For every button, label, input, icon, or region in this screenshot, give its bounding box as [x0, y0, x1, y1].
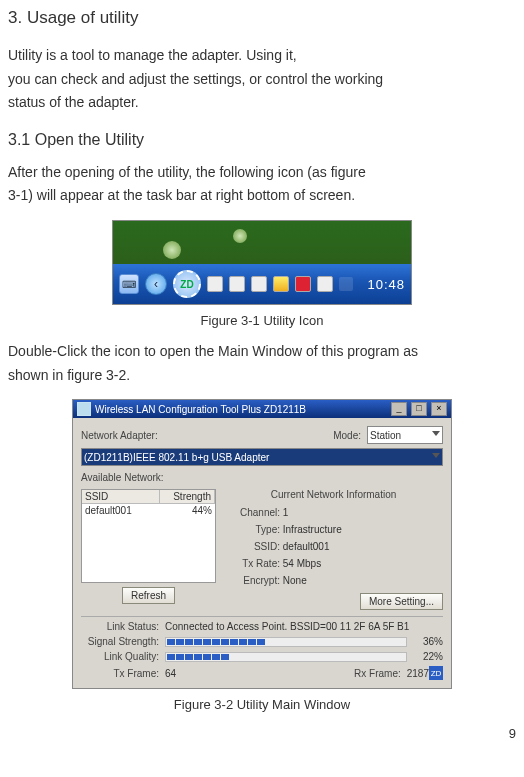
double-click-line-2: shown in figure 3-2.: [8, 366, 516, 386]
col-ssid-header: SSID: [82, 490, 160, 503]
intro-line-2: you can check and adjust the settings, o…: [8, 70, 516, 90]
mode-label: Mode:: [333, 430, 361, 441]
maximize-button[interactable]: □: [411, 402, 427, 416]
row-strength: 44%: [161, 504, 215, 517]
network-adapter-label: Network Adapter:: [81, 430, 158, 441]
usb-tray-icon: [317, 276, 333, 292]
txrate-value: 54 Mbps: [283, 558, 321, 569]
link-status-value: Connected to Access Point. BSSID=00 11 2…: [165, 621, 409, 632]
signal-strength-label: Signal Strength:: [81, 636, 159, 647]
section-heading: 3. Usage of utility: [8, 8, 516, 28]
double-click-line-1: Double-Click the icon to open the Main W…: [8, 342, 516, 362]
tx-frame-label: Tx Frame:: [81, 668, 159, 679]
window-titlebar: Wireless LAN Configuration Tool Plus ZD1…: [73, 400, 451, 418]
tx-frame-value: 64: [165, 668, 176, 679]
more-setting-button[interactable]: More Setting...: [360, 593, 443, 610]
channel-value: 1: [283, 507, 289, 518]
figure-3-2-caption: Figure 3-2 Utility Main Window: [8, 697, 516, 712]
tray-icon: [251, 276, 267, 292]
figure-3-2-window: Wireless LAN Configuration Tool Plus ZD1…: [72, 399, 452, 689]
available-network-label: Available Network:: [81, 472, 164, 483]
intro-line-3: status of the adapter.: [8, 93, 516, 113]
link-quality-pct: 22%: [413, 651, 443, 662]
col-strength-header: Strength: [160, 490, 215, 503]
rx-frame-label: Rx Frame:: [354, 668, 401, 679]
tray-icon: [207, 276, 223, 292]
ssid-value: default001: [283, 541, 330, 552]
mode-select[interactable]: Station: [367, 426, 443, 444]
keyboard-icon: ⌨: [119, 274, 139, 294]
signal-strength-pct: 36%: [413, 636, 443, 647]
window-title: Wireless LAN Configuration Tool Plus ZD1…: [95, 404, 306, 415]
table-row[interactable]: default001 44%: [82, 504, 215, 517]
intro-line-1: Utility is a tool to manage the adapter.…: [8, 46, 516, 66]
signal-strength-bar: [165, 637, 407, 647]
window-icon: [77, 402, 91, 416]
tray-expand-icon[interactable]: ‹: [145, 273, 167, 295]
adapter-select[interactable]: (ZD1211B)IEEE 802.11 b+g USB Adapter: [81, 448, 443, 466]
taskbar-clock: 10:48: [367, 277, 405, 292]
encrypt-value: None: [283, 575, 307, 586]
txrate-label: Tx Rate:: [228, 555, 280, 572]
tray-icon: [229, 276, 245, 292]
utility-tray-icon[interactable]: ZD: [173, 270, 201, 298]
type-value: Infrastructure: [283, 524, 342, 535]
brand-logo-icon: ZD: [429, 666, 443, 680]
figure-3-1-caption: Figure 3-1 Utility Icon: [8, 313, 516, 328]
mode-value: Station: [370, 430, 401, 441]
figure-3-1: ⌨ ‹ ZD 10:48: [112, 220, 412, 305]
link-quality-label: Link Quality:: [81, 651, 159, 662]
refresh-button[interactable]: Refresh: [122, 587, 175, 604]
adapter-value: (ZD1211B)IEEE 802.11 b+g USB Adapter: [84, 452, 269, 463]
link-quality-bar: [165, 652, 407, 662]
security-shield-icon: [273, 276, 289, 292]
subsection-heading: 3.1 Open the Utility: [8, 131, 516, 149]
alert-tray-icon: [295, 276, 311, 292]
open-line-1: After the opening of the utility, the fo…: [8, 163, 516, 183]
link-status-label: Link Status:: [81, 621, 159, 632]
row-ssid: default001: [82, 504, 161, 517]
encrypt-label: Encrypt:: [228, 572, 280, 589]
type-label: Type:: [228, 521, 280, 538]
minimize-button[interactable]: _: [391, 402, 407, 416]
desktop-wallpaper: [113, 221, 411, 264]
channel-label: Channel:: [228, 504, 280, 521]
open-line-2: 3-1) will appear at the task bar at righ…: [8, 186, 516, 206]
taskbar: ⌨ ‹ ZD 10:48: [113, 264, 411, 305]
available-network-table[interactable]: SSID Strength default001 44%: [81, 489, 216, 583]
page-number: 9: [8, 726, 516, 741]
ssid-label: SSID:: [228, 538, 280, 555]
volume-icon: [339, 277, 353, 291]
current-info-heading: Current Network Information: [224, 489, 443, 500]
rx-frame-value: 2187: [407, 668, 429, 679]
close-button[interactable]: ×: [431, 402, 447, 416]
